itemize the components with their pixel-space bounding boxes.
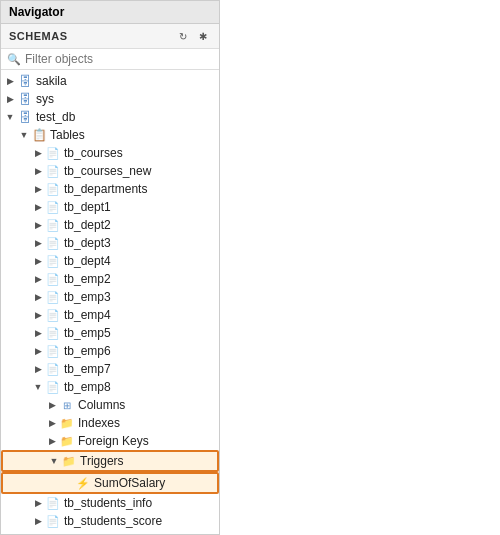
table-icon: 📄	[45, 217, 61, 233]
tree-item-tb_dept4[interactable]: 📄tb_dept4	[1, 252, 219, 270]
tree-item-indexes[interactable]: 📁Indexes	[1, 414, 219, 432]
collapse-arrow[interactable]	[31, 290, 45, 304]
item-label-tb_emp3: tb_emp3	[64, 290, 111, 304]
table-icon: 📄	[45, 271, 61, 287]
collapse-arrow[interactable]	[3, 74, 17, 88]
table-icon: 📄	[45, 163, 61, 179]
item-label-sumofsalary: SumOfSalary	[94, 476, 165, 490]
tables-folder-icon: 📋	[31, 127, 47, 143]
item-label-tables: Tables	[50, 128, 85, 142]
table-icon: 📄	[45, 307, 61, 323]
tree-item-tb_emp7[interactable]: 📄tb_emp7	[1, 360, 219, 378]
table-icon: 📄	[45, 361, 61, 377]
item-label-tb_departments: tb_departments	[64, 182, 147, 196]
table-icon: 📄	[45, 199, 61, 215]
item-label-foreign_keys: Foreign Keys	[78, 434, 149, 448]
table-icon: 📄	[45, 379, 61, 395]
item-label-tb_courses: tb_courses	[64, 146, 123, 160]
collapse-arrow[interactable]	[31, 218, 45, 232]
tree-item-tb_dept1[interactable]: 📄tb_dept1	[1, 198, 219, 216]
settings-icon[interactable]: ✱	[195, 28, 211, 44]
item-label-sakila: sakila	[36, 74, 67, 88]
collapse-arrow[interactable]	[31, 362, 45, 376]
leaf-spacer	[61, 476, 75, 490]
collapse-arrow[interactable]	[31, 496, 45, 510]
item-label-tb_emp4: tb_emp4	[64, 308, 111, 322]
collapse-arrow[interactable]	[31, 200, 45, 214]
tree-item-tb_emp4[interactable]: 📄tb_emp4	[1, 306, 219, 324]
collapse-arrow[interactable]	[45, 398, 59, 412]
collapse-arrow[interactable]	[31, 308, 45, 322]
schemas-toolbar: ↻ ✱	[175, 28, 211, 44]
collapse-arrow[interactable]	[31, 514, 45, 528]
tree-item-tb_students_info[interactable]: 📄tb_students_info	[1, 494, 219, 512]
item-label-columns: Columns	[78, 398, 125, 412]
tree-item-test_db[interactable]: 🗄test_db	[1, 108, 219, 126]
tree-item-tb_students_score[interactable]: 📄tb_students_score	[1, 512, 219, 530]
schemas-label: SCHEMAS	[9, 30, 68, 42]
tree-item-foreign_keys[interactable]: 📁Foreign Keys	[1, 432, 219, 450]
search-bar: 🔍	[1, 49, 219, 70]
table-icon: 📄	[45, 181, 61, 197]
tree-item-tb_courses_new[interactable]: 📄tb_courses_new	[1, 162, 219, 180]
collapse-arrow[interactable]	[31, 236, 45, 250]
item-label-tb_students_score: tb_students_score	[64, 514, 162, 528]
navigator-panel: Navigator SCHEMAS ↻ ✱ 🔍 🗄sakila🗄sys🗄test…	[0, 0, 220, 535]
table-icon: 📄	[45, 495, 61, 511]
tree-item-tb_emp8[interactable]: 📄tb_emp8	[1, 378, 219, 396]
collapse-arrow[interactable]	[31, 164, 45, 178]
refresh-icon[interactable]: ↻	[175, 28, 191, 44]
schemas-header: SCHEMAS ↻ ✱	[1, 24, 219, 49]
item-label-tb_dept3: tb_dept3	[64, 236, 111, 250]
tree-item-tb_emp3[interactable]: 📄tb_emp3	[1, 288, 219, 306]
tree-item-tb_dept3[interactable]: 📄tb_dept3	[1, 234, 219, 252]
table-icon: 📄	[45, 145, 61, 161]
search-icon: 🔍	[7, 53, 21, 66]
expand-arrow[interactable]	[47, 454, 61, 468]
expand-arrow[interactable]	[17, 128, 31, 142]
tree-item-triggers[interactable]: 📁Triggers	[1, 450, 219, 472]
item-label-test_db: test_db	[36, 110, 75, 124]
tree-item-tb_emp5[interactable]: 📄tb_emp5	[1, 324, 219, 342]
database-icon: 🗄	[17, 109, 33, 125]
collapse-arrow[interactable]	[45, 416, 59, 430]
tree-item-tb_emp2[interactable]: 📄tb_emp2	[1, 270, 219, 288]
database-icon: 🗄	[17, 91, 33, 107]
search-input[interactable]	[25, 52, 213, 66]
item-label-tb_emp6: tb_emp6	[64, 344, 111, 358]
tree-item-tb_departments[interactable]: 📄tb_departments	[1, 180, 219, 198]
collapse-arrow[interactable]	[31, 182, 45, 196]
item-label-tb_emp2: tb_emp2	[64, 272, 111, 286]
table-icon: 📄	[45, 289, 61, 305]
tree-item-columns[interactable]: ⊞Columns	[1, 396, 219, 414]
collapse-arrow[interactable]	[45, 434, 59, 448]
item-label-tb_emp8: tb_emp8	[64, 380, 111, 394]
tree-item-sys[interactable]: 🗄sys	[1, 90, 219, 108]
tree-item-tb_emp6[interactable]: 📄tb_emp6	[1, 342, 219, 360]
collapse-arrow[interactable]	[31, 146, 45, 160]
expand-arrow[interactable]	[3, 110, 17, 124]
expand-arrow[interactable]	[31, 380, 45, 394]
collapse-arrow[interactable]	[31, 254, 45, 268]
schema-tree: 🗄sakila🗄sys🗄test_db📋Tables📄tb_courses📄tb…	[1, 70, 219, 534]
item-label-triggers: Triggers	[80, 454, 124, 468]
panel-title: Navigator	[1, 1, 219, 24]
indexes-icon: 📁	[59, 415, 75, 431]
item-label-sys: sys	[36, 92, 54, 106]
database-icon: 🗄	[17, 73, 33, 89]
tree-item-sakila[interactable]: 🗄sakila	[1, 72, 219, 90]
tree-item-tb_dept2[interactable]: 📄tb_dept2	[1, 216, 219, 234]
tree-item-sumofsalary[interactable]: ⚡SumOfSalary	[1, 472, 219, 494]
tree-item-tb_courses[interactable]: 📄tb_courses	[1, 144, 219, 162]
collapse-arrow[interactable]	[31, 272, 45, 286]
sumofsalary-icon: ⚡	[75, 475, 91, 491]
item-label-tb_dept2: tb_dept2	[64, 218, 111, 232]
collapse-arrow[interactable]	[31, 326, 45, 340]
tree-item-tables[interactable]: 📋Tables	[1, 126, 219, 144]
columns-icon: ⊞	[59, 397, 75, 413]
item-label-tb_dept1: tb_dept1	[64, 200, 111, 214]
item-label-tb_dept4: tb_dept4	[64, 254, 111, 268]
collapse-arrow[interactable]	[31, 344, 45, 358]
collapse-arrow[interactable]	[3, 92, 17, 106]
item-label-tb_students_info: tb_students_info	[64, 496, 152, 510]
